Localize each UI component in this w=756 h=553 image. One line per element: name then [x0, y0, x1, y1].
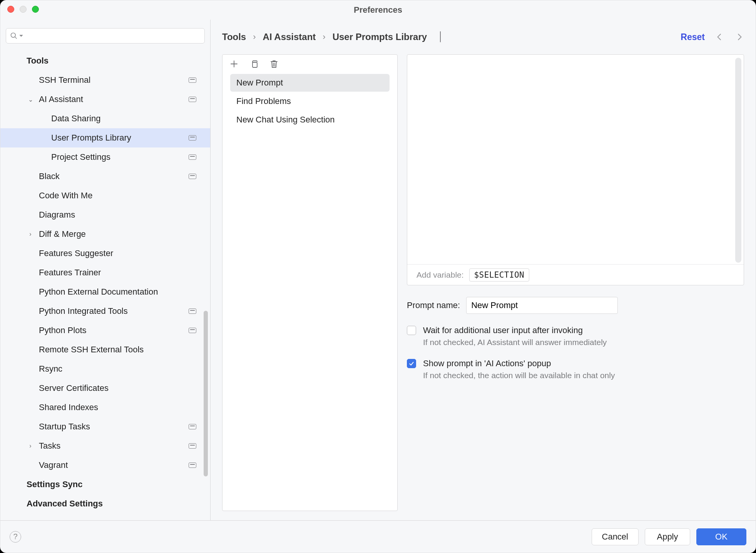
tree-item[interactable]: Rsync	[0, 359, 210, 379]
help-button[interactable]: ?	[10, 531, 21, 543]
tree-item-label: Rsync	[39, 364, 196, 374]
tree-item[interactable]: Startup Tasks	[0, 417, 210, 436]
settings-search[interactable]	[6, 28, 205, 44]
breadcrumb-part[interactable]: User Prompts Library	[333, 32, 427, 42]
breadcrumb: Tools › AI Assistant › User Prompts Libr…	[222, 32, 681, 42]
add-icon[interactable]	[229, 59, 239, 69]
sidebar: ToolsSSH Terminal⌄AI AssistantData Shari…	[0, 20, 211, 520]
tree-item-label: Python Plots	[39, 325, 189, 335]
forward-icon[interactable]	[734, 33, 744, 41]
tree-item[interactable]: Data Sharing	[0, 109, 210, 128]
tree-item[interactable]: Shared Indexes	[0, 398, 210, 417]
prompt-item[interactable]: Find Problems	[230, 92, 390, 110]
tree-item[interactable]: Python Integrated Tools	[0, 302, 210, 321]
tree-item[interactable]: Server Certificates	[0, 379, 210, 398]
add-variable-label: Add variable:	[416, 270, 464, 280]
window-controls	[7, 6, 39, 13]
show-popup-label: Show prompt in 'AI Actions' popup	[423, 359, 551, 369]
tree-item[interactable]: Python Plots	[0, 321, 210, 340]
scope-icon	[189, 463, 196, 468]
tree-item-label: Diagrams	[39, 210, 196, 220]
tree-item-label: Server Certificates	[39, 383, 196, 393]
prompt-editor-textarea[interactable]	[407, 55, 744, 285]
ok-button[interactable]: OK	[696, 528, 746, 545]
tree-item-label: Startup Tasks	[39, 422, 189, 432]
breadcrumb-separator: ›	[323, 32, 325, 42]
tree-item[interactable]: Features Trainer	[0, 263, 210, 282]
settings-search-input[interactable]	[25, 28, 201, 43]
reset-link[interactable]: Reset	[681, 32, 705, 42]
breadcrumb-part[interactable]: AI Assistant	[263, 32, 316, 42]
prompt-name-input[interactable]	[466, 297, 618, 314]
prompt-name-row: Prompt name:	[407, 297, 744, 314]
duplicate-icon[interactable]	[249, 59, 259, 69]
search-icon	[10, 32, 18, 40]
tree-item-label: Shared Indexes	[39, 402, 196, 412]
wait-input-checkbox[interactable]	[407, 326, 416, 335]
tree-item[interactable]: SSH Terminal	[0, 70, 210, 90]
tree-item-label: Tools	[27, 56, 196, 66]
apply-button[interactable]: Apply	[645, 528, 690, 545]
tree-item[interactable]: Black	[0, 167, 210, 186]
preferences-window: Preferences ToolsSSH Terminal⌄AI Assista…	[0, 0, 756, 553]
wait-input-block: Wait for additional user input after inv…	[407, 325, 744, 347]
prompt-editor: Add variable: $SELECTION	[407, 54, 744, 285]
show-popup-checkbox[interactable]	[407, 359, 416, 368]
content: New PromptFind ProblemsNew Chat Using Se…	[211, 54, 756, 520]
tree-item[interactable]: Features Suggester	[0, 244, 210, 263]
tree-item[interactable]: ⌄AI Assistant	[0, 90, 210, 109]
cancel-button[interactable]: Cancel	[592, 528, 639, 545]
scope-icon	[189, 77, 196, 83]
editor-scrollbar[interactable]	[735, 58, 741, 263]
tree-item[interactable]: Settings Sync	[0, 475, 210, 494]
tree-item-label: Tasks	[39, 441, 189, 451]
tree-item[interactable]: Tools	[0, 51, 210, 70]
editor-footer: Add variable: $SELECTION	[407, 264, 744, 285]
tree-item[interactable]: Diagrams	[0, 205, 210, 225]
prompt-item[interactable]: New Chat Using Selection	[230, 111, 390, 129]
settings-tree[interactable]: ToolsSSH Terminal⌄AI AssistantData Shari…	[0, 49, 210, 520]
tree-item[interactable]: Python External Documentation	[0, 282, 210, 302]
tree-item[interactable]: Vagrant	[0, 456, 210, 475]
dialog-footer: ? Cancel Apply OK	[0, 520, 756, 553]
prompt-item[interactable]: New Prompt	[230, 74, 390, 92]
titlebar: Preferences	[0, 0, 756, 20]
main-panel: Tools › AI Assistant › User Prompts Libr…	[211, 20, 756, 520]
body: ToolsSSH Terminal⌄AI AssistantData Shari…	[0, 20, 756, 520]
expander-icon[interactable]: ›	[27, 231, 34, 238]
tree-item[interactable]: ›Tasks	[0, 436, 210, 456]
expander-icon[interactable]: ›	[27, 442, 34, 449]
scope-icon	[440, 31, 441, 42]
prompt-list[interactable]: New PromptFind ProblemsNew Chat Using Se…	[222, 72, 397, 511]
window-close-button[interactable]	[7, 6, 14, 13]
wait-input-desc: If not checked, AI Assistant will answer…	[423, 338, 744, 347]
tree-item-label: Vagrant	[39, 460, 189, 470]
window-minimize-button[interactable]	[20, 6, 27, 13]
expander-icon[interactable]: ⌄	[27, 96, 34, 103]
prompt-editor-panel: Add variable: $SELECTION Prompt name: Wa…	[407, 54, 744, 511]
tree-item-label: Features Trainer	[39, 268, 196, 278]
search-history-chevron-icon[interactable]	[19, 34, 23, 38]
tree-item[interactable]: ›Diff & Merge	[0, 225, 210, 244]
delete-icon[interactable]	[269, 59, 279, 69]
tree-item[interactable]: User Prompts Library	[0, 128, 210, 147]
tree-item-label: Code With Me	[39, 191, 196, 201]
tree-item[interactable]: Code With Me	[0, 186, 210, 205]
tree-item-label: Diff & Merge	[39, 229, 196, 239]
tree-item[interactable]: Advanced Settings	[0, 494, 210, 513]
tree-item[interactable]: Project Settings	[0, 147, 210, 167]
tree-item-label: Python Integrated Tools	[39, 306, 189, 316]
tree-item-label: SSH Terminal	[39, 75, 189, 85]
variable-chip-selection[interactable]: $SELECTION	[469, 268, 529, 282]
back-icon[interactable]	[715, 33, 725, 41]
breadcrumb-row: Tools › AI Assistant › User Prompts Libr…	[211, 20, 756, 54]
tree-item-label: Project Settings	[51, 152, 189, 162]
tree-scrollbar[interactable]	[204, 311, 208, 476]
tree-item-label: Python External Documentation	[39, 287, 196, 297]
wait-input-label: Wait for additional user input after inv…	[423, 325, 583, 335]
tree-item-label: Advanced Settings	[27, 499, 196, 509]
tree-item[interactable]: Remote SSH External Tools	[0, 340, 210, 359]
breadcrumb-part[interactable]: Tools	[222, 32, 246, 42]
window-zoom-button[interactable]	[32, 6, 39, 13]
window-title: Preferences	[0, 5, 756, 15]
